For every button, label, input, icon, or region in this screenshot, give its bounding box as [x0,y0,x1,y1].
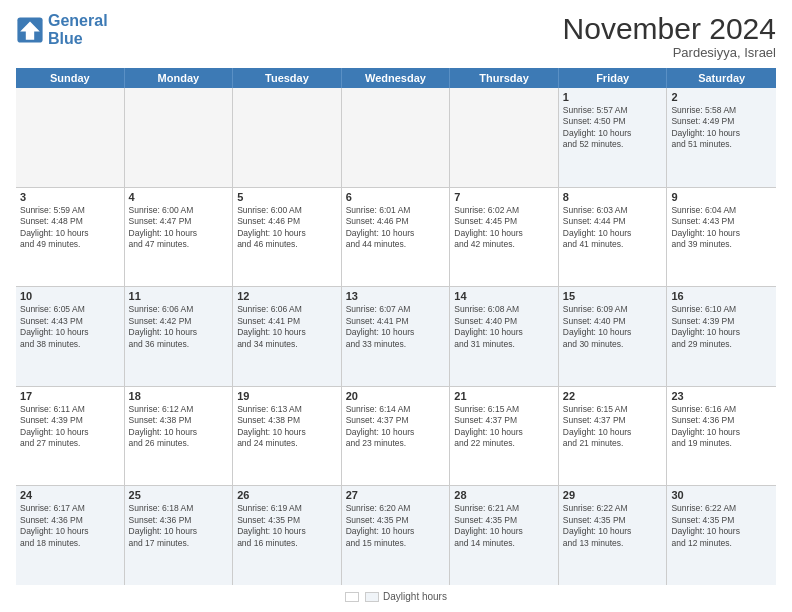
day-number: 9 [671,191,772,203]
day-number: 7 [454,191,554,203]
day-number: 1 [563,91,663,103]
day-info: Sunrise: 6:17 AMSunset: 4:36 PMDaylight:… [20,503,120,549]
day-info: Sunrise: 6:01 AMSunset: 4:46 PMDaylight:… [346,205,446,251]
day-number: 4 [129,191,229,203]
empty-cell [16,88,125,187]
logo: GeneralBlue [16,12,108,47]
day-cell-30: 30Sunrise: 6:22 AMSunset: 4:35 PMDayligh… [667,486,776,585]
day-cell-4: 4Sunrise: 6:00 AMSunset: 4:47 PMDaylight… [125,188,234,287]
day-number: 30 [671,489,772,501]
day-cell-12: 12Sunrise: 6:06 AMSunset: 4:41 PMDayligh… [233,287,342,386]
daylight-label: Daylight hours [383,591,447,602]
day-number: 29 [563,489,663,501]
day-number: 10 [20,290,120,302]
day-info: Sunrise: 6:14 AMSunset: 4:37 PMDaylight:… [346,404,446,450]
day-number: 17 [20,390,120,402]
day-info: Sunrise: 6:06 AMSunset: 4:41 PMDaylight:… [237,304,337,350]
legend-shaded: Daylight hours [365,591,447,602]
day-info: Sunrise: 5:58 AMSunset: 4:49 PMDaylight:… [671,105,772,151]
day-info: Sunrise: 6:13 AMSunset: 4:38 PMDaylight:… [237,404,337,450]
header-day-sunday: Sunday [16,68,125,88]
day-cell-11: 11Sunrise: 6:06 AMSunset: 4:42 PMDayligh… [125,287,234,386]
day-cell-1: 1Sunrise: 5:57 AMSunset: 4:50 PMDaylight… [559,88,668,187]
calendar-row-1: 1Sunrise: 5:57 AMSunset: 4:50 PMDaylight… [16,88,776,188]
day-info: Sunrise: 6:19 AMSunset: 4:35 PMDaylight:… [237,503,337,549]
calendar-header: SundayMondayTuesdayWednesdayThursdayFrid… [16,68,776,88]
day-cell-13: 13Sunrise: 6:07 AMSunset: 4:41 PMDayligh… [342,287,451,386]
day-info: Sunrise: 6:00 AMSunset: 4:47 PMDaylight:… [129,205,229,251]
calendar-row-2: 3Sunrise: 5:59 AMSunset: 4:48 PMDaylight… [16,188,776,288]
day-info: Sunrise: 5:59 AMSunset: 4:48 PMDaylight:… [20,205,120,251]
footer: Daylight hours [16,591,776,602]
day-cell-14: 14Sunrise: 6:08 AMSunset: 4:40 PMDayligh… [450,287,559,386]
day-info: Sunrise: 6:20 AMSunset: 4:35 PMDaylight:… [346,503,446,549]
day-number: 25 [129,489,229,501]
month-title: November 2024 [563,12,776,45]
day-number: 12 [237,290,337,302]
day-info: Sunrise: 6:10 AMSunset: 4:39 PMDaylight:… [671,304,772,350]
page: GeneralBlue November 2024 Pardesiyya, Is… [0,0,792,612]
logo-text: GeneralBlue [48,12,108,47]
day-info: Sunrise: 6:04 AMSunset: 4:43 PMDaylight:… [671,205,772,251]
header-day-saturday: Saturday [667,68,776,88]
day-cell-20: 20Sunrise: 6:14 AMSunset: 4:37 PMDayligh… [342,387,451,486]
header-day-wednesday: Wednesday [342,68,451,88]
day-number: 23 [671,390,772,402]
day-number: 15 [563,290,663,302]
header-day-friday: Friday [559,68,668,88]
day-info: Sunrise: 6:08 AMSunset: 4:40 PMDaylight:… [454,304,554,350]
day-info: Sunrise: 6:12 AMSunset: 4:38 PMDaylight:… [129,404,229,450]
header: GeneralBlue November 2024 Pardesiyya, Is… [16,12,776,60]
calendar-body: 1Sunrise: 5:57 AMSunset: 4:50 PMDaylight… [16,88,776,585]
day-info: Sunrise: 6:11 AMSunset: 4:39 PMDaylight:… [20,404,120,450]
day-cell-3: 3Sunrise: 5:59 AMSunset: 4:48 PMDaylight… [16,188,125,287]
day-number: 19 [237,390,337,402]
empty-cell [342,88,451,187]
day-number: 13 [346,290,446,302]
day-info: Sunrise: 6:15 AMSunset: 4:37 PMDaylight:… [454,404,554,450]
day-info: Sunrise: 6:15 AMSunset: 4:37 PMDaylight:… [563,404,663,450]
day-info: Sunrise: 6:22 AMSunset: 4:35 PMDaylight:… [563,503,663,549]
day-number: 21 [454,390,554,402]
calendar-row-4: 17Sunrise: 6:11 AMSunset: 4:39 PMDayligh… [16,387,776,487]
day-cell-23: 23Sunrise: 6:16 AMSunset: 4:36 PMDayligh… [667,387,776,486]
day-info: Sunrise: 6:07 AMSunset: 4:41 PMDaylight:… [346,304,446,350]
day-info: Sunrise: 6:09 AMSunset: 4:40 PMDaylight:… [563,304,663,350]
day-info: Sunrise: 6:18 AMSunset: 4:36 PMDaylight:… [129,503,229,549]
header-day-tuesday: Tuesday [233,68,342,88]
day-cell-6: 6Sunrise: 6:01 AMSunset: 4:46 PMDaylight… [342,188,451,287]
legend-shaded-box [365,592,379,602]
day-number: 11 [129,290,229,302]
day-number: 27 [346,489,446,501]
day-cell-22: 22Sunrise: 6:15 AMSunset: 4:37 PMDayligh… [559,387,668,486]
day-cell-18: 18Sunrise: 6:12 AMSunset: 4:38 PMDayligh… [125,387,234,486]
calendar: SundayMondayTuesdayWednesdayThursdayFrid… [16,68,776,585]
legend-white [345,592,359,602]
day-cell-28: 28Sunrise: 6:21 AMSunset: 4:35 PMDayligh… [450,486,559,585]
day-info: Sunrise: 6:22 AMSunset: 4:35 PMDaylight:… [671,503,772,549]
day-number: 2 [671,91,772,103]
day-cell-2: 2Sunrise: 5:58 AMSunset: 4:49 PMDaylight… [667,88,776,187]
day-info: Sunrise: 6:00 AMSunset: 4:46 PMDaylight:… [237,205,337,251]
day-info: Sunrise: 6:03 AMSunset: 4:44 PMDaylight:… [563,205,663,251]
day-cell-24: 24Sunrise: 6:17 AMSunset: 4:36 PMDayligh… [16,486,125,585]
day-cell-9: 9Sunrise: 6:04 AMSunset: 4:43 PMDaylight… [667,188,776,287]
empty-cell [233,88,342,187]
day-number: 18 [129,390,229,402]
day-cell-26: 26Sunrise: 6:19 AMSunset: 4:35 PMDayligh… [233,486,342,585]
empty-cell [450,88,559,187]
day-cell-19: 19Sunrise: 6:13 AMSunset: 4:38 PMDayligh… [233,387,342,486]
day-number: 8 [563,191,663,203]
day-info: Sunrise: 6:05 AMSunset: 4:43 PMDaylight:… [20,304,120,350]
day-number: 16 [671,290,772,302]
day-cell-17: 17Sunrise: 6:11 AMSunset: 4:39 PMDayligh… [16,387,125,486]
location: Pardesiyya, Israel [563,45,776,60]
day-cell-7: 7Sunrise: 6:02 AMSunset: 4:45 PMDaylight… [450,188,559,287]
day-info: Sunrise: 6:16 AMSunset: 4:36 PMDaylight:… [671,404,772,450]
header-day-thursday: Thursday [450,68,559,88]
day-info: Sunrise: 6:02 AMSunset: 4:45 PMDaylight:… [454,205,554,251]
day-cell-10: 10Sunrise: 6:05 AMSunset: 4:43 PMDayligh… [16,287,125,386]
calendar-row-5: 24Sunrise: 6:17 AMSunset: 4:36 PMDayligh… [16,486,776,585]
day-number: 24 [20,489,120,501]
title-block: November 2024 Pardesiyya, Israel [563,12,776,60]
